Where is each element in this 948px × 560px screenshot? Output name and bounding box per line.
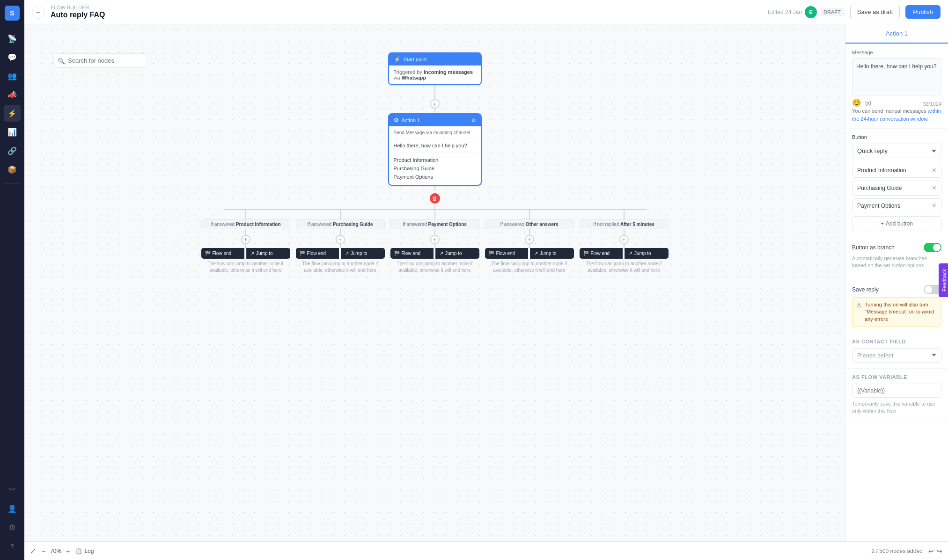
b1-desc: The flow can jump to another node if ava… — [204, 261, 288, 274]
remove-button-2[interactable]: × — [932, 184, 936, 192]
zoom-minus-button[interactable]: − — [42, 547, 45, 555]
save-draft-button[interactable]: Save as draft — [850, 5, 900, 19]
sidebar-icon-help[interactable]: ? — [4, 538, 21, 554]
topbar: ← FLOW BUILDER Auto reply FAQ Edited 24 … — [24, 0, 948, 24]
b1-flow-end-label: Flow end — [213, 251, 232, 256]
button-type-select[interactable]: Quick reply — [852, 144, 941, 158]
start-node-body: Triggered by Incoming messages via Whats… — [389, 65, 481, 84]
sidebar-icon-inbox[interactable]: 💬 — [4, 49, 21, 65]
add-node-plus[interactable]: + — [430, 99, 440, 109]
button-item-1[interactable]: Product Information × — [852, 163, 941, 178]
b2-flow-end[interactable]: 🏁 Flow end — [296, 248, 339, 259]
trigger-prefix: Triggered by — [394, 69, 422, 75]
canvas[interactable]: 🔍 ⚡ Start point Triggered by — [24, 24, 845, 541]
sidebar-icon-catalog[interactable]: 📦 — [4, 161, 21, 178]
line-2 — [434, 109, 435, 113]
sidebar-icon-broadcast[interactable]: 📡 — [4, 30, 21, 47]
branch-5: If not replied After 5 minutes + 🏁 Flow … — [580, 210, 669, 274]
nodes-count: 2 / 500 nodes added — [872, 548, 923, 554]
sidebar-icon-contacts[interactable]: 👥 — [4, 67, 21, 84]
b3-jump-to[interactable]: ↗ Jump to — [435, 248, 479, 259]
zoom-plus-button[interactable]: + — [66, 547, 70, 555]
b4-jump-to[interactable]: ↗ Jump to — [530, 248, 574, 259]
line-3 — [434, 186, 435, 191]
b3-plus[interactable]: + — [430, 235, 440, 244]
warning-icon: ⚠ — [856, 301, 862, 323]
sidebar-icon-integrations[interactable]: 🔗 — [4, 142, 21, 159]
emoji-row: 😊 {x} 32/1024 — [852, 98, 941, 107]
action-node[interactable]: ⚙ Action 1 ⚙ Send Message via Incoming c… — [388, 113, 482, 186]
log-label: Log — [84, 548, 94, 554]
start-node[interactable]: ⚡ Start point Triggered by Incoming mess… — [388, 52, 482, 85]
sidebar-icon-flows[interactable]: ⚡ — [4, 105, 21, 122]
b3-end-row: 🏁 Flow end ↗ Jump to — [390, 248, 479, 259]
action-message: Hello there, how can I help you? — [394, 141, 476, 150]
message-box[interactable]: Hello there, how can I help you? — [852, 58, 941, 95]
b5-jump-label: Jump to — [634, 251, 651, 256]
b2-desc: The flow can jump to another node if ava… — [298, 261, 382, 274]
contact-field-select[interactable]: Please select — [852, 348, 941, 363]
draft-badge: DRAFT — [820, 8, 845, 16]
sidebar-icon-campaigns[interactable]: 📣 — [4, 86, 21, 103]
feedback-tab[interactable]: Feedback — [939, 263, 948, 297]
button-item-3[interactable]: Payment Options × — [852, 198, 941, 213]
sidebar-icon-settings[interactable]: ⚙ — [4, 519, 21, 536]
button-item-2[interactable]: Purchasing Guide × — [852, 181, 941, 196]
remove-button-3[interactable]: × — [932, 202, 936, 210]
action-node-label: Action 1 — [402, 117, 420, 123]
sidebar-icon-reports[interactable]: 📊 — [4, 124, 21, 140]
b4-plus[interactable]: + — [525, 235, 534, 244]
search-input[interactable] — [53, 53, 147, 68]
add-button-row[interactable]: + Add button — [852, 216, 941, 231]
panel-tab-action[interactable]: Action 1 — [845, 24, 948, 44]
b2-jump-to[interactable]: ↗ Jump to — [341, 248, 385, 259]
b3-flow-end-label: Flow end — [402, 251, 421, 256]
b5-condition: If not replied — [593, 222, 619, 227]
sidebar-icon-profile[interactable]: 👤 — [4, 500, 21, 517]
panel-save-reply-section: Save reply ⚠ Turning this on will also t… — [845, 279, 948, 333]
action-node-actions: ⚙ — [471, 117, 476, 124]
app-logo: S — [5, 6, 20, 21]
b4-flow-end[interactable]: 🏁 Flow end — [485, 248, 529, 259]
back-button[interactable]: ← — [32, 6, 45, 19]
emoji-button[interactable]: 😊 — [852, 98, 861, 107]
variable-button[interactable]: {x} — [865, 100, 871, 106]
branch-4-label: If answered Other answers — [485, 219, 574, 229]
b5-flow-end-icon: 🏁 — [583, 251, 589, 256]
expand-button[interactable]: ⤢ — [30, 546, 36, 555]
branch-2-label: If answered Purchasing Guide — [296, 219, 385, 229]
b5-jump-to[interactable]: ↗ Jump to — [625, 248, 669, 259]
redo-button[interactable]: ↪ — [937, 547, 942, 555]
b1-plus[interactable]: + — [241, 235, 250, 244]
panel-flow-variable-section: AS FLOW VARIABLE Temporarily save this v… — [845, 369, 948, 421]
sidebar-icon-activity[interactable]: 〰 — [4, 481, 21, 498]
b2-flow-end-icon: 🏁 — [300, 251, 305, 256]
flow-variable-header: AS FLOW VARIABLE — [852, 374, 941, 380]
action-node-icon: ⚙ — [394, 117, 399, 124]
log-icon: 📋 — [75, 548, 82, 554]
variable-input[interactable] — [852, 384, 941, 398]
warning-text: Turning this on will also turn "Message … — [865, 301, 937, 323]
undo-button[interactable]: ↩ — [928, 547, 934, 555]
b4-line3 — [529, 244, 530, 248]
toggle-row: Button as branch — [852, 243, 941, 252]
branch-toggle[interactable] — [924, 243, 941, 252]
b1-flow-end[interactable]: 🏁 Flow end — [201, 248, 245, 259]
b5-plus[interactable]: + — [619, 235, 629, 244]
b1-line2 — [245, 229, 246, 235]
b2-plus[interactable]: + — [336, 235, 345, 244]
log-button[interactable]: 📋 Log — [75, 548, 94, 554]
action-node-header: ⚙ Action 1 ⚙ — [389, 114, 481, 126]
b3-desc: The flow can jump to another node if ava… — [393, 261, 477, 274]
search-icon: 🔍 — [58, 57, 65, 64]
remove-button-1[interactable]: × — [932, 167, 936, 174]
publish-button[interactable]: Publish — [905, 5, 941, 19]
start-node-trigger: Triggered by Incoming messages via Whats… — [394, 69, 476, 80]
b1-jump-to[interactable]: ↗ Jump to — [246, 248, 290, 259]
info-text-prefix: You can send manual messages — [852, 108, 926, 114]
b5-flow-end[interactable]: 🏁 Flow end — [580, 248, 623, 259]
action-settings-icon[interactable]: ⚙ — [471, 117, 476, 124]
b3-flow-end[interactable]: 🏁 Flow end — [390, 248, 434, 259]
panel-button-section: Button Quick reply Product Information ×… — [845, 129, 948, 237]
delete-node-icon[interactable]: 🗑 — [430, 193, 440, 204]
